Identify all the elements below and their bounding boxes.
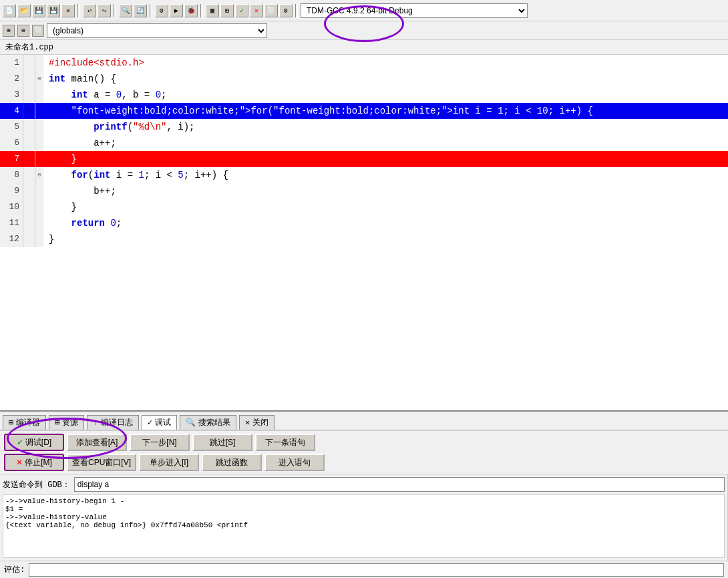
tab-label: 搜索结果 [198,417,230,428]
step-in-btn[interactable]: 单步进入[I] [139,454,199,471]
undo-btn[interactable]: ↩ [83,4,96,17]
breakpoint-col-12[interactable] [23,231,35,247]
check-btn[interactable]: ✓ [235,4,248,17]
tab-搜索结果[interactable]: 🔍搜索结果 [180,415,236,430]
grid2-btn[interactable]: ⊞ [220,4,234,17]
breakpoint-col-6[interactable] [23,135,35,151]
code-line-8: 8⊖ for(int i = 1; i < 5; i++) { [0,167,728,183]
code-content-7: } [43,151,728,167]
fold-col-4[interactable] [35,103,43,119]
fold-col-3[interactable] [35,87,43,103]
code-line-10: 10 } [0,199,728,215]
close-btn[interactable]: ✕ [61,4,75,17]
line-number-4: 4 [0,103,23,119]
tab-label: 编译器 [16,417,40,428]
stop-toolbar-btn[interactable]: ✕ [250,4,263,17]
stop-btn[interactable]: ✕停止[M] [4,454,64,471]
toolbar-sep-3 [150,4,152,17]
fold-col-5[interactable] [35,119,43,135]
gdb-input[interactable] [74,477,725,492]
enter-stmt-btn[interactable]: 进入语句 [264,454,325,471]
gdb-section: 发送命令到 GDB： ->->value-history-begin 1 -$1… [0,474,728,561]
breakpoint-col-1[interactable] [23,55,35,71]
fold-col-7[interactable] [35,151,43,167]
main-layout: 📄 📂 💾 💾 ✕ ↩ ↪ 🔍 🔄 ⚙ ▶ 🐞 ▦ ⊞ ✓ ✕ ⬜ ⚙ TDM-… [0,0,728,578]
breakpoint-col-10[interactable] [23,199,35,215]
tab-label: 调试 [155,417,171,428]
fold-col-12[interactable] [35,231,43,247]
fold-col-8[interactable]: ⊖ [35,167,43,183]
code-line-3: 3 int a = 0, b = 0; [0,87,728,103]
tab-编译器[interactable]: ⊞编译器 [3,415,46,430]
run-btn[interactable]: ▶ [170,4,183,17]
tb3-btn2[interactable]: ⊞ [17,25,29,37]
action-btn-row: ✓调试[D]添加查看[A]下一步[N]跳过[S]下一条语句 [4,434,724,451]
tb3-btn3[interactable]: ⬜ [32,25,44,37]
replace-btn[interactable]: 🔄 [134,4,147,17]
search-btn[interactable]: 🔍 [119,4,132,17]
open-btn[interactable]: 📂 [17,4,31,17]
skip-btn[interactable]: 跳过[S] [192,434,252,451]
line-number-10: 10 [0,199,23,215]
toolbar-sep-4 [200,4,203,17]
breakpoint-col-7[interactable] [23,151,35,167]
breakpoint-col-9[interactable] [23,183,35,199]
globals-dropdown[interactable]: (globals) [47,23,267,38]
line-number-2: 2 [0,71,23,87]
tab-编译日志[interactable]: ↑编译日志 [87,415,138,430]
tab-icon: ↑ [93,418,98,428]
frame-btn[interactable]: ⬜ [264,4,278,17]
fold-col-9[interactable] [35,183,43,199]
tab-icon: ✕ [245,418,250,428]
breakpoint-col-8[interactable] [23,167,35,183]
file-tab[interactable]: 未命名1.cpp [0,40,728,55]
save-all-btn[interactable]: 💾 [47,4,60,17]
eval-input[interactable] [29,563,724,577]
tb3-btn1[interactable]: ⊞ [3,25,15,37]
fold-col-2[interactable]: ⊖ [35,71,43,87]
tab-资源[interactable]: ⊞资源 [49,415,84,430]
gdb-command-row: 发送命令到 GDB： [3,477,725,492]
fold-col-6[interactable] [35,135,43,151]
debug-btn-label: 调试[D] [25,437,51,448]
fold-col-10[interactable] [35,199,43,215]
tab-icon: ⊞ [9,418,13,428]
tab-关闭[interactable]: ✕关闭 [239,415,275,430]
save-btn[interactable]: 💾 [32,4,45,17]
debug-toolbar-btn[interactable]: 🐞 [184,4,198,17]
code-line-1: 1#include<stdio.h> [0,55,728,71]
add-watch-btn-label: 添加查看[A] [76,437,118,448]
tab-调试[interactable]: ✓调试 [142,415,177,430]
add-watch-btn[interactable]: 添加查看[A] [67,434,127,451]
debug-action-bar: ✓调试[D]添加查看[A]下一步[N]跳过[S]下一条语句✕停止[M]查看CPU… [0,430,728,474]
code-content-8: for(int i = 1; i < 5; i++) { [43,167,728,183]
next-btn[interactable]: 下一步[N] [130,434,190,451]
redo-btn[interactable]: ↪ [98,4,111,17]
breakpoint-col-5[interactable] [23,119,35,135]
gdb-label: 发送命令到 GDB： [3,479,70,490]
compile-btn[interactable]: ⚙ [155,4,168,17]
fold-col-1[interactable] [35,55,43,71]
cpu-btn[interactable]: 查看CPU窗口[V] [67,454,136,471]
gdb-output: ->->value-history-begin 1 -$1 =->->value… [3,494,725,558]
compiler-profile-dropdown[interactable]: TDM-GCC 4.9.2 64-bit Debug [301,3,528,18]
next-stmt-btn[interactable]: 下一条语句 [255,434,315,451]
debug-btn[interactable]: ✓调试[D] [4,434,64,451]
code-line-12: 12} [0,231,728,247]
grid1-btn[interactable]: ▦ [206,4,219,17]
new-file-btn[interactable]: 📄 [3,4,16,17]
step-in-btn-label: 单步进入[I] [150,457,188,468]
breakpoint-col-2[interactable] [23,71,35,87]
breakpoint-col-11[interactable] [23,215,35,231]
breakpoint-marker-7 [26,156,33,162]
breakpoint-col-3[interactable] [23,87,35,103]
line-number-9: 9 [0,183,23,199]
breakpoint-col-4[interactable]: ▶ [23,103,35,119]
code-content-6: a++; [43,135,728,151]
settings-btn[interactable]: ⚙ [279,4,293,17]
stop-btn-label: 停止[M] [25,457,52,468]
code-editor[interactable]: 1#include<stdio.h>2⊖int main() {3 int a … [0,55,728,410]
fold-col-11[interactable] [35,215,43,231]
step-over-btn[interactable]: 跳过函数 [202,454,262,471]
code-content-11: return 0; [43,215,728,231]
